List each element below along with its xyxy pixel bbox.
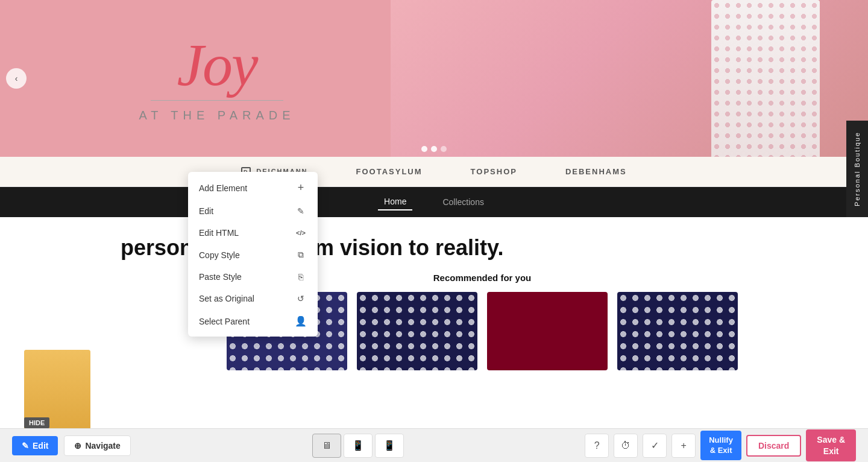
product-card-3	[487, 292, 608, 370]
hero-fashion-image	[391, 0, 868, 157]
menu-item-add-element[interactable]: Add Element +	[188, 176, 318, 200]
reset-icon: ↺	[295, 294, 307, 303]
cursor-button[interactable]: ✓	[643, 434, 667, 458]
navigate-icon: ⊕	[74, 441, 81, 451]
menu-item-paste-style[interactable]: Paste Style ⎘	[188, 266, 318, 288]
product-card-2	[357, 292, 477, 370]
model-image-left	[24, 350, 90, 428]
nav-home[interactable]: Home	[378, 194, 412, 210]
nullify-exit-button[interactable]: Nullify& Exit	[700, 431, 741, 461]
discard-button[interactable]: Discard	[746, 435, 801, 457]
brand-debenhams: DEBENHAMS	[565, 167, 627, 176]
hero-text-area: Joy AT THE PARADE	[0, 0, 434, 157]
add-button[interactable]: +	[671, 434, 696, 458]
paste-icon: ⎘	[295, 272, 307, 282]
help-button[interactable]: ?	[585, 434, 609, 458]
save-exit-button[interactable]: Save &Exit	[806, 429, 856, 461]
dot-1[interactable]	[421, 146, 427, 152]
edit-button-label: Edit	[33, 441, 48, 451]
prev-arrow[interactable]: ‹	[6, 68, 27, 89]
history-button[interactable]: ⏱	[614, 434, 638, 458]
hero-subtitle: AT THE PARADE	[139, 109, 295, 122]
navigate-button[interactable]: ⊕ Navigate	[64, 435, 130, 456]
hero-divider	[151, 100, 283, 101]
navigate-button-label: Navigate	[85, 441, 120, 451]
desktop-btn[interactable]: 🖥	[312, 434, 341, 458]
menu-item-edit[interactable]: Edit ✎	[188, 200, 318, 222]
dot-3[interactable]	[441, 146, 447, 152]
menu-edit-label: Edit	[199, 206, 213, 216]
menu-item-copy-style[interactable]: Copy Style ⧉	[188, 244, 318, 266]
edit-pencil-icon: ✎	[22, 441, 29, 451]
personal-boutique-label: Personal Boutique	[854, 131, 861, 206]
hide-badge[interactable]: HIDE	[24, 417, 49, 428]
polka-overlay-4	[617, 292, 738, 370]
edit-button[interactable]: ✎ Edit	[12, 436, 58, 455]
plus-icon: +	[295, 182, 307, 194]
tablet-btn[interactable]: 📱	[344, 434, 373, 458]
menu-copy-style-label: Copy Style	[199, 250, 240, 260]
hero-cursive-text: Joy	[177, 35, 257, 95]
brands-bar: D DEICHMANN FOOTASYLUM TOPSHOP DEBENHAMS	[0, 157, 868, 187]
product-card-4	[617, 292, 738, 370]
menu-add-element-label: Add Element	[199, 183, 247, 193]
menu-set-original-label: Set as Original	[199, 294, 254, 303]
menu-item-edit-html[interactable]: Edit HTML </>	[188, 222, 318, 244]
personal-boutique-sidebar[interactable]: Personal Boutique	[846, 121, 868, 217]
polka-overlay-2	[357, 292, 477, 370]
menu-paste-style-label: Paste Style	[199, 272, 242, 282]
nav-collections[interactable]: Collections	[436, 194, 489, 210]
device-switcher: 🖥 📱 📱	[137, 434, 579, 458]
menu-select-parent-label: Select Parent	[199, 317, 250, 326]
toolbar-right: ? ⏱ ✓ + Nullify& Exit Discard Save &Exit	[585, 429, 856, 461]
mobile-btn[interactable]: 📱	[375, 434, 404, 458]
hero-dots	[421, 146, 447, 152]
brand-topshop: TOPSHOP	[471, 167, 517, 176]
menu-item-set-original[interactable]: Set as Original ↺	[188, 288, 318, 309]
dot-2[interactable]	[431, 146, 437, 152]
menu-edit-html-label: Edit HTML	[199, 228, 239, 238]
parent-icon: 👤	[295, 315, 307, 327]
hero-banner: Joy AT THE PARADE ‹	[0, 0, 868, 157]
bottom-toolbar: ✎ Edit ⊕ Navigate 🖥 📱 📱 ? ⏱ ✓ + Nullify&…	[0, 428, 868, 462]
copy-icon: ⧉	[295, 250, 307, 260]
pencil-icon: ✎	[295, 206, 307, 216]
code-icon: </>	[295, 229, 307, 236]
menu-item-select-parent[interactable]: Select Parent 👤	[188, 309, 318, 333]
brand-footasylum: FOOTASYLUM	[356, 167, 423, 176]
context-menu: Add Element + Edit ✎ Edit HTML </> Copy …	[188, 172, 318, 337]
nav-bar: Home Collections	[0, 187, 868, 217]
main-content: personalization from vision to reality. …	[0, 217, 868, 428]
